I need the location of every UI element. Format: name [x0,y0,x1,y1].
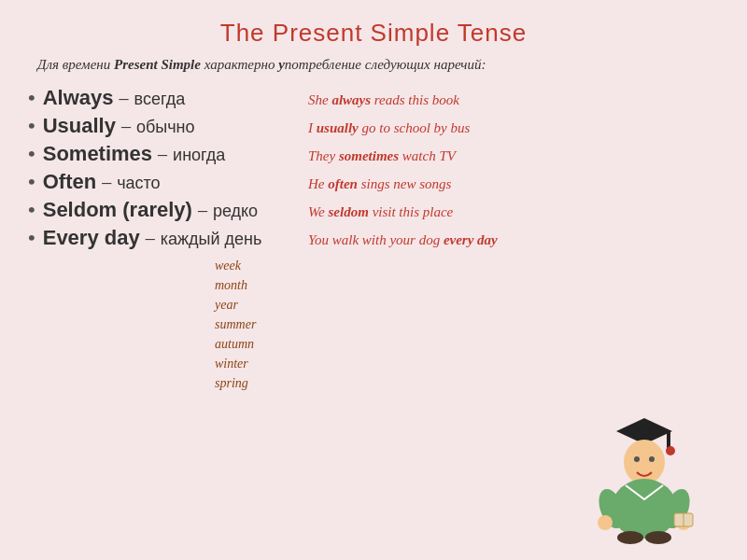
example-text: I usually go to school by bus [308,120,470,136]
bullet: • [28,142,35,166]
extra-item: spring [215,373,719,393]
bullet: • [28,114,35,138]
term-word: Always [43,86,114,110]
extra-item: week [215,256,719,275]
term-word: Often [43,170,96,194]
list-item: • Every day – каждый день You walk with … [28,226,719,250]
intro-text: Для времени Present Simple характерно уп… [28,57,719,73]
extra-item: year [215,295,719,315]
extra-item: autumn [215,334,719,354]
term-group: • Every day – каждый день [28,226,289,250]
list-item: • Always – всегда She always reads this … [28,86,719,110]
svg-point-5 [649,456,655,462]
term-word: Usually [43,114,116,138]
example-text: We seldom visit this place [308,204,453,220]
bullet: • [28,86,35,110]
translation: редко [213,202,258,221]
extras-list: weekmonthyearsummerautumnwinterspring [28,256,719,393]
dash: – [120,88,129,109]
dash: – [102,172,111,193]
bullet: • [28,226,35,250]
bullet: • [28,170,35,194]
extra-item: winter [215,354,719,373]
list-item: • Usually – обычно I usually go to schoo… [28,114,719,138]
page: The Present Simple Tense Для времени Pre… [0,0,747,560]
term-word: Sometimes [43,142,152,166]
term-group: • Sometimes – иногда [28,142,289,166]
translation: иногда [173,146,225,165]
list-item: • Seldom (rarely) – редко We seldom visi… [28,198,719,222]
bullet: • [28,198,35,222]
dash: – [121,116,131,137]
term-group: • Usually – обычно [28,114,289,138]
svg-point-4 [634,456,640,462]
term-word: Seldom (rarely) [43,198,192,222]
svg-point-3 [624,440,665,484]
svg-point-13 [617,531,643,544]
dash: – [158,144,167,165]
term-group: • Always – всегда [28,86,289,110]
term-group: • Seldom (rarely) – редко [28,198,289,222]
extra-item: summer [215,315,719,334]
list-item: • Sometimes – иногда They sometimes watc… [28,142,719,166]
content-area: • Always – всегда She always reads this … [28,86,719,393]
translation: всегда [134,90,186,109]
example-text: They sometimes watch TV [308,148,456,164]
svg-point-9 [598,515,613,530]
translation: каждый день [161,230,262,249]
page-title: The Present Simple Tense [28,19,719,48]
dash: – [198,200,207,221]
example-text: You walk with your dog every day [308,232,498,248]
example-text: He often sings new songs [308,176,451,192]
translation: часто [117,174,160,193]
dash: – [146,228,155,249]
svg-point-2 [666,446,675,455]
term-group: • Often – часто [28,170,289,194]
student-figure [570,401,719,551]
translation: обычно [136,118,195,137]
list-item: • Often – часто He often sings new songs [28,170,719,194]
example-text: She always reads this book [308,92,459,108]
svg-point-14 [645,531,671,544]
term-word: Every day [43,226,140,250]
extra-item: month [215,275,719,295]
